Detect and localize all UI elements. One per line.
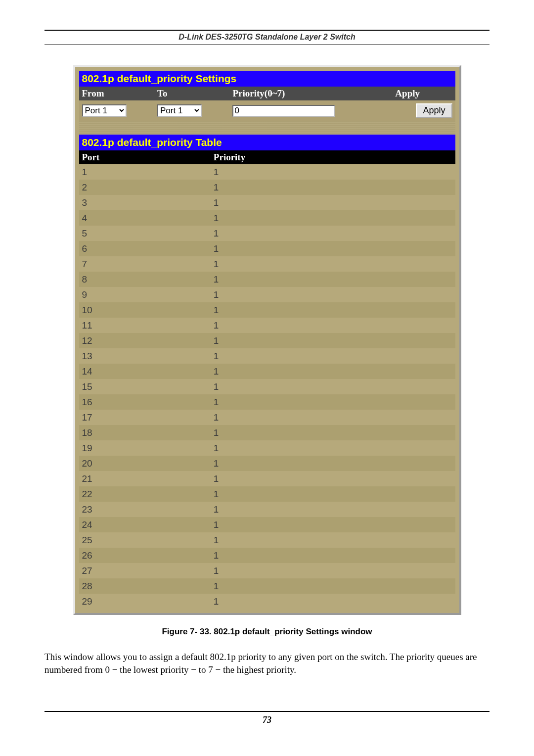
table-row: 151 [79, 379, 455, 394]
table-row: 271 [79, 563, 455, 578]
settings-title: 802.1p default_priority Settings [79, 71, 455, 87]
table-row: 21 [79, 180, 455, 195]
cell-priority: 1 [211, 333, 455, 348]
col-priority: Priority(0~7) [229, 87, 392, 100]
cell-port: 29 [79, 594, 211, 609]
cell-priority: 1 [211, 486, 455, 502]
cell-priority: 1 [211, 195, 455, 210]
col-apply: Apply [392, 87, 455, 100]
cell-priority: 1 [211, 394, 455, 410]
table-row: 231 [79, 502, 455, 517]
priority-table: Port Priority 11213141516171819110111112… [79, 150, 455, 609]
table-row: 101 [79, 302, 455, 318]
cell-priority: 1 [211, 440, 455, 456]
cell-port: 9 [79, 287, 211, 302]
cell-port: 24 [79, 517, 211, 532]
table-row: 81 [79, 272, 455, 287]
col-from: From [79, 87, 154, 100]
cell-port: 5 [79, 226, 211, 241]
cell-port: 25 [79, 532, 211, 548]
config-panel: 802.1p default_priority Settings From To… [73, 65, 461, 615]
cell-port: 18 [79, 425, 211, 440]
cell-priority: 1 [211, 318, 455, 333]
table-row: 191 [79, 440, 455, 456]
cell-port: 17 [79, 410, 211, 425]
cell-port: 10 [79, 302, 211, 318]
cell-port: 28 [79, 578, 211, 594]
cell-priority: 1 [211, 379, 455, 394]
th-port: Port [79, 150, 211, 164]
table-row: 71 [79, 256, 455, 272]
cell-port: 3 [79, 195, 211, 210]
table-row: 61 [79, 241, 455, 256]
table-row: 181 [79, 425, 455, 440]
cell-priority: 1 [211, 287, 455, 302]
panel-gap [79, 121, 455, 135]
cell-port: 26 [79, 548, 211, 563]
cell-priority: 1 [211, 425, 455, 440]
table-row: 31 [79, 195, 455, 210]
table-row: 281 [79, 578, 455, 594]
apply-button[interactable]: Apply [416, 103, 452, 118]
cell-priority: 1 [211, 364, 455, 379]
table-row: 161 [79, 394, 455, 410]
cell-priority: 1 [211, 517, 455, 532]
cell-priority: 1 [211, 164, 455, 180]
cell-priority: 1 [211, 548, 455, 563]
table-row: 131 [79, 348, 455, 364]
cell-priority: 1 [211, 348, 455, 364]
body-text: This window allows you to assign a defau… [44, 651, 490, 676]
table-row: 211 [79, 471, 455, 486]
from-port-select[interactable]: Port 1 [82, 104, 127, 117]
table-row: 171 [79, 410, 455, 425]
cell-priority: 1 [211, 456, 455, 471]
table-row: 251 [79, 532, 455, 548]
cell-priority: 1 [211, 180, 455, 195]
cell-priority: 1 [211, 471, 455, 486]
table-row: 291 [79, 594, 455, 609]
cell-port: 15 [79, 379, 211, 394]
cell-port: 6 [79, 241, 211, 256]
device-header: D-Link DES-3250TG Standalone Layer 2 Swi… [44, 33, 490, 42]
priority-input[interactable] [232, 105, 335, 117]
cell-port: 12 [79, 333, 211, 348]
cell-port: 14 [79, 364, 211, 379]
page-number: 73 [44, 715, 490, 725]
table-row: 121 [79, 333, 455, 348]
cell-port: 8 [79, 272, 211, 287]
cell-priority: 1 [211, 502, 455, 517]
cell-port: 27 [79, 563, 211, 578]
table-row: 41 [79, 210, 455, 226]
cell-port: 20 [79, 456, 211, 471]
table-row: 261 [79, 548, 455, 563]
cell-port: 16 [79, 394, 211, 410]
table-row: 241 [79, 517, 455, 532]
cell-port: 22 [79, 486, 211, 502]
table-row: 51 [79, 226, 455, 241]
cell-port: 23 [79, 502, 211, 517]
cell-priority: 1 [211, 594, 455, 609]
cell-priority: 1 [211, 410, 455, 425]
to-port-select[interactable]: Port 1 [157, 104, 202, 117]
table-row: 111 [79, 318, 455, 333]
cell-priority: 1 [211, 210, 455, 226]
cell-priority: 1 [211, 302, 455, 318]
cell-priority: 1 [211, 578, 455, 594]
cell-port: 19 [79, 440, 211, 456]
table-row: 221 [79, 486, 455, 502]
settings-form: From To Priority(0~7) Apply Port 1 Port … [79, 87, 455, 121]
table-row: 91 [79, 287, 455, 302]
cell-port: 2 [79, 180, 211, 195]
cell-port: 11 [79, 318, 211, 333]
cell-priority: 1 [211, 241, 455, 256]
cell-port: 7 [79, 256, 211, 272]
table-row: 11 [79, 164, 455, 180]
cell-priority: 1 [211, 256, 455, 272]
cell-priority: 1 [211, 563, 455, 578]
th-priority: Priority [211, 150, 455, 164]
table-row: 141 [79, 364, 455, 379]
figure-caption: Figure 7- 33. 802.1p default_priority Se… [44, 627, 490, 637]
cell-priority: 1 [211, 272, 455, 287]
cell-port: 21 [79, 471, 211, 486]
cell-port: 4 [79, 210, 211, 226]
